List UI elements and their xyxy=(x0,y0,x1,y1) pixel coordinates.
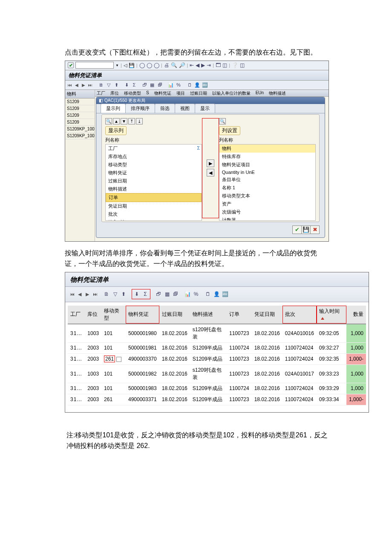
list-item[interactable]: 物料描述 xyxy=(106,185,202,193)
user-icon[interactable]: 👤 xyxy=(213,290,220,298)
ok-icon[interactable]: ✔ xyxy=(68,62,74,68)
sidebar-row[interactable]: S1209 xyxy=(65,98,95,105)
save-button[interactable]: 💾 xyxy=(301,225,311,234)
tab-view[interactable]: 视图 xyxy=(175,104,195,113)
displayed-columns-list[interactable]: Σ 工厂 库存地点 移动类型 物料凭证 过账日期 物料描述 订单 凭证日期 批次 xyxy=(105,144,202,221)
sidebar-row[interactable]: S1209KP_100 xyxy=(65,126,95,133)
percent-icon[interactable]: % xyxy=(192,290,200,298)
nav-last-icon[interactable]: ⏭ xyxy=(92,291,98,298)
list-item[interactable]: 凭证日期 xyxy=(106,202,202,210)
command-field[interactable] xyxy=(75,62,114,69)
nav-first-icon[interactable]: ⏮ xyxy=(67,82,73,88)
nav-first-icon[interactable]: ⏮ xyxy=(69,291,75,298)
col-order[interactable]: 订单 xyxy=(227,306,252,324)
find-icon[interactable]: 🔍 xyxy=(105,118,112,124)
list-item[interactable]: 工厂 xyxy=(106,145,202,153)
list-item[interactable]: 过账日期 xyxy=(106,177,202,185)
tab-display-columns[interactable]: 显示列 xyxy=(101,104,126,113)
details-icon[interactable]: 🗎 xyxy=(103,290,110,298)
col-entrytime[interactable]: 输入时间 xyxy=(317,306,346,324)
list-item[interactable]: 物料 xyxy=(219,145,315,153)
sidebar-row[interactable]: S1209 xyxy=(65,119,95,126)
tab-display[interactable]: 显示 xyxy=(195,104,215,113)
table-row[interactable]: 31…1003101500000198018.02.2016s1209托盘包装1… xyxy=(68,324,366,343)
list-item[interactable]: 次级编号 xyxy=(219,208,315,216)
list-item[interactable]: 物料凭证项目 xyxy=(219,161,315,169)
list-item[interactable]: 特殊库存 xyxy=(219,153,315,161)
tab-sort-order[interactable]: 排序顺序 xyxy=(125,104,155,113)
export-icon[interactable]: 🗒 xyxy=(204,290,212,298)
chart-icon[interactable]: 📊 xyxy=(167,81,174,88)
ok-button[interactable]: ✔ xyxy=(292,225,302,234)
sidebar-row[interactable]: S1209KP_100 xyxy=(65,133,95,139)
change-layout-icon[interactable]: 🗗 xyxy=(141,81,148,88)
save-layout-icon[interactable]: 🗊 xyxy=(172,290,179,298)
percent-icon[interactable]: % xyxy=(175,81,182,88)
tab-filter[interactable]: 筛选 xyxy=(155,104,175,113)
nav-prev-icon[interactable]: ◀ xyxy=(76,291,83,298)
find-icon[interactable]: 🔍 xyxy=(219,118,226,124)
chart-icon[interactable]: 📊 xyxy=(184,290,191,298)
list-item[interactable]: 计数器 xyxy=(219,216,315,221)
value-help-icon[interactable] xyxy=(116,357,121,362)
save-layout-icon[interactable]: 🗊 xyxy=(156,81,163,88)
table-row[interactable]: 31…2003261 490000337018.02.2016S1209半成品1… xyxy=(68,353,366,364)
list-item[interactable]: 物料凭证 xyxy=(106,169,202,177)
move-left-icon[interactable]: ◀ xyxy=(207,169,214,176)
save-icon[interactable]: 💾 xyxy=(129,63,135,68)
sidebar-row[interactable]: S1209 xyxy=(65,105,95,112)
table-row[interactable]: 31…2003101500000198318.02.2016S1209半成品11… xyxy=(68,383,366,394)
column-pool-list[interactable]: 物料 特殊库存 物料凭证项目 Quantity in UnE 条目单位 名称 1… xyxy=(219,144,316,221)
details-icon[interactable]: 🗎 xyxy=(98,81,104,88)
col-mvmt[interactable]: 移动类型 xyxy=(101,306,126,324)
col-postdate[interactable]: 过账日期 xyxy=(159,306,190,324)
sort-desc-icon[interactable]: ⬇ xyxy=(123,81,130,88)
move-top-icon[interactable]: ⤒ xyxy=(128,118,135,124)
col-plant[interactable]: 工厂 xyxy=(68,306,85,324)
nav-prev-icon[interactable]: ◀ xyxy=(74,82,80,88)
sidebar-row[interactable]: S1209 xyxy=(65,112,95,119)
user-icon[interactable]: 👤 xyxy=(194,81,201,88)
table-row[interactable]: 31…2003261490000337118.02.2016S1209半成品11… xyxy=(68,394,366,405)
col-qty[interactable]: 数量 xyxy=(346,306,366,324)
list-item[interactable]: 资产 xyxy=(219,200,315,208)
list-item[interactable]: 移动类型文本 xyxy=(219,192,315,200)
list-item[interactable]: Quantity in UnE xyxy=(219,169,315,176)
list-item[interactable]: 移动类型 xyxy=(106,161,202,169)
col-matdoc[interactable]: 物料凭证 xyxy=(126,306,159,324)
move-up-icon[interactable]: ▲ xyxy=(113,118,120,124)
filter-icon[interactable]: ▽ xyxy=(111,290,119,298)
col-docdate[interactable]: 凭证日期 xyxy=(252,306,282,324)
table-row[interactable]: 31…2003101500000198118.02.2016S1209半成品11… xyxy=(68,342,366,353)
move-down-icon[interactable]: ▼ xyxy=(121,118,127,124)
total-icon[interactable]: Σ xyxy=(141,290,149,298)
list-item[interactable]: 库存地点 xyxy=(106,153,202,161)
abc-icon[interactable]: 🔤 xyxy=(221,290,229,298)
move-right-icon[interactable]: ▶ xyxy=(207,159,214,167)
select-layout-icon[interactable]: ▦ xyxy=(149,81,156,88)
back-icon[interactable]: ◯ xyxy=(139,62,145,68)
sort-desc-icon[interactable]: ⬇ xyxy=(133,290,141,298)
nav-last-icon[interactable]: ⏭ xyxy=(87,82,93,88)
export-icon[interactable]: 🗒 xyxy=(186,81,193,88)
nav-next-icon[interactable]: ▶ xyxy=(84,291,91,298)
table-row[interactable]: 31…1003101500000198218.02.2016s1209托盘包装1… xyxy=(68,364,366,383)
col-batch[interactable]: 批次 xyxy=(282,306,317,324)
list-item-selected[interactable]: 订单 xyxy=(106,193,202,202)
cancel-icon[interactable]: ◯ xyxy=(154,62,159,68)
cancel-button[interactable]: ✖ xyxy=(310,225,320,234)
col-storage[interactable]: 库位 xyxy=(85,306,101,324)
exit-icon[interactable]: ◯ xyxy=(147,62,152,68)
total-icon[interactable]: Σ xyxy=(131,81,138,88)
filter-icon[interactable]: ▽ xyxy=(105,81,112,88)
abc-icon[interactable]: 🔤 xyxy=(202,81,208,88)
list-item[interactable]: 条目单位 xyxy=(219,176,315,184)
sort-asc-icon[interactable]: ⬆ xyxy=(120,290,127,298)
move-bottom-icon[interactable]: ⤓ xyxy=(136,118,143,124)
select-layout-icon[interactable]: ▦ xyxy=(163,290,171,298)
list-item[interactable]: 输入时间 xyxy=(106,218,202,221)
list-item[interactable]: 批次 xyxy=(106,210,202,218)
nav-next-icon[interactable]: ▶ xyxy=(81,82,86,88)
list-item[interactable]: 名称 1 xyxy=(219,184,315,192)
col-desc[interactable]: 物料描述 xyxy=(190,306,227,324)
